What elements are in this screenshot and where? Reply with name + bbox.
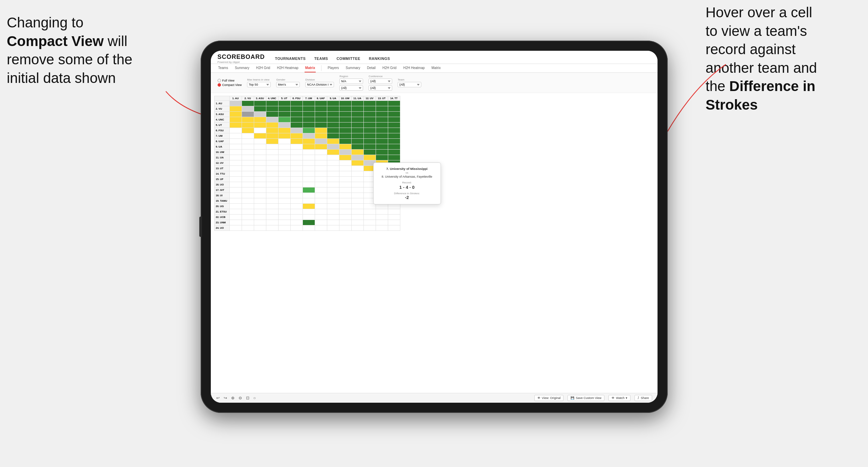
matrix-cell[interactable] <box>290 193 303 198</box>
matrix-cell[interactable] <box>327 150 339 155</box>
matrix-cell[interactable] <box>266 133 278 139</box>
matrix-cell[interactable] <box>229 160 242 166</box>
subnav-h2h-grid[interactable]: H2H Grid <box>255 64 271 72</box>
subnav-players-h2h-grid[interactable]: H2H Grid <box>382 64 397 72</box>
matrix-cell[interactable] <box>351 187 363 193</box>
matrix-cell[interactable] <box>254 139 266 144</box>
view-original-button[interactable]: 👁 View: Original <box>534 395 563 401</box>
matrix-cell[interactable] <box>254 171 266 177</box>
matrix-cell[interactable] <box>229 155 242 160</box>
matrix-cell[interactable] <box>254 198 266 204</box>
matrix-cell[interactable] <box>339 123 351 128</box>
matrix-cell[interactable] <box>303 144 315 150</box>
matrix-cell[interactable] <box>315 150 327 155</box>
matrix-cell[interactable] <box>351 150 363 155</box>
matrix-cell[interactable] <box>315 220 327 225</box>
matrix-cell[interactable] <box>254 193 266 198</box>
matrix-cell[interactable] <box>388 155 400 160</box>
tool3-icon[interactable]: ⊡ <box>246 396 249 400</box>
matrix-cell[interactable] <box>388 106 400 112</box>
matrix-cell[interactable] <box>278 139 290 144</box>
matrix-cell[interactable] <box>339 209 351 215</box>
matrix-cell[interactable] <box>388 117 400 123</box>
matrix-cell[interactable] <box>278 166 290 171</box>
matrix-cell[interactable] <box>229 128 242 133</box>
matrix-cell[interactable] <box>315 155 327 160</box>
matrix-cell[interactable] <box>363 106 376 112</box>
region-select2[interactable]: (All) <box>339 85 363 91</box>
matrix-cell[interactable] <box>363 204 376 209</box>
matrix-cell[interactable] <box>278 112 290 117</box>
matrix-cell[interactable] <box>278 160 290 166</box>
matrix-cell[interactable] <box>278 106 290 112</box>
region-select1[interactable]: N/A <box>339 79 363 84</box>
matrix-cell[interactable] <box>315 187 327 193</box>
matrix-cell[interactable] <box>229 215 242 220</box>
matrix-cell[interactable] <box>290 117 303 123</box>
matrix-cell[interactable] <box>254 117 266 123</box>
matrix-cell[interactable] <box>278 171 290 177</box>
subnav-h2h-heatmap[interactable]: H2H Heatmap <box>276 64 299 72</box>
matrix-cell[interactable] <box>266 204 278 209</box>
matrix-cell[interactable] <box>229 193 242 198</box>
matrix-cell[interactable] <box>339 133 351 139</box>
matrix-cell[interactable] <box>290 150 303 155</box>
matrix-cell[interactable] <box>229 204 242 209</box>
matrix-cell[interactable] <box>363 155 376 160</box>
matrix-cell[interactable] <box>351 106 363 112</box>
matrix-cell[interactable] <box>242 144 254 150</box>
matrix-cell[interactable] <box>229 106 242 112</box>
matrix-cell[interactable] <box>242 117 254 123</box>
matrix-cell[interactable] <box>266 112 278 117</box>
matrix-cell[interactable] <box>254 209 266 215</box>
matrix-cell[interactable] <box>351 193 363 198</box>
matrix-cell[interactable] <box>376 150 388 155</box>
matrix-cell[interactable] <box>327 215 339 220</box>
tablet-button[interactable] <box>199 217 202 237</box>
matrix-cell[interactable] <box>278 123 290 128</box>
matrix-cell[interactable] <box>376 133 388 139</box>
matrix-cell[interactable] <box>266 123 278 128</box>
matrix-cell[interactable] <box>351 171 363 177</box>
matrix-cell[interactable] <box>339 198 351 204</box>
matrix-cell[interactable] <box>351 215 363 220</box>
matrix-cell[interactable] <box>290 112 303 117</box>
matrix-cell[interactable] <box>266 150 278 155</box>
matrix-cell[interactable] <box>229 171 242 177</box>
matrix-cell[interactable] <box>327 187 339 193</box>
tool2-icon[interactable]: ⊖ <box>239 396 242 400</box>
undo-icon[interactable]: ↩ <box>216 396 220 400</box>
matrix-cell[interactable] <box>339 177 351 182</box>
share-button[interactable]: ⤴ Share <box>635 395 652 401</box>
matrix-cell[interactable] <box>229 133 242 139</box>
matrix-cell[interactable] <box>327 133 339 139</box>
matrix-cell[interactable] <box>266 155 278 160</box>
matrix-cell[interactable] <box>266 187 278 193</box>
matrix-cell[interactable] <box>278 225 290 231</box>
matrix-cell[interactable] <box>254 133 266 139</box>
matrix-cell[interactable] <box>363 128 376 133</box>
matrix-cell[interactable] <box>351 177 363 182</box>
matrix-cell[interactable] <box>327 198 339 204</box>
matrix-cell[interactable] <box>315 166 327 171</box>
matrix-cell[interactable] <box>242 193 254 198</box>
matrix-cell[interactable] <box>388 220 400 225</box>
matrix-cell[interactable] <box>376 106 388 112</box>
matrix-cell[interactable] <box>315 209 327 215</box>
matrix-cell[interactable] <box>266 215 278 220</box>
matrix-cell[interactable] <box>254 166 266 171</box>
matrix-cell[interactable] <box>242 139 254 144</box>
matrix-cell[interactable] <box>278 101 290 106</box>
compact-view-option[interactable]: Compact View <box>218 83 242 87</box>
matrix-cell[interactable] <box>315 144 327 150</box>
matrix-cell[interactable] <box>290 160 303 166</box>
matrix-cell[interactable] <box>363 144 376 150</box>
matrix-cell[interactable] <box>290 187 303 193</box>
matrix-cell[interactable] <box>303 204 315 209</box>
matrix-cell[interactable] <box>376 225 388 231</box>
matrix-cell[interactable] <box>229 198 242 204</box>
matrix-cell[interactable] <box>315 225 327 231</box>
matrix-cell[interactable] <box>388 139 400 144</box>
matrix-cell[interactable] <box>303 160 315 166</box>
matrix-cell[interactable] <box>254 150 266 155</box>
